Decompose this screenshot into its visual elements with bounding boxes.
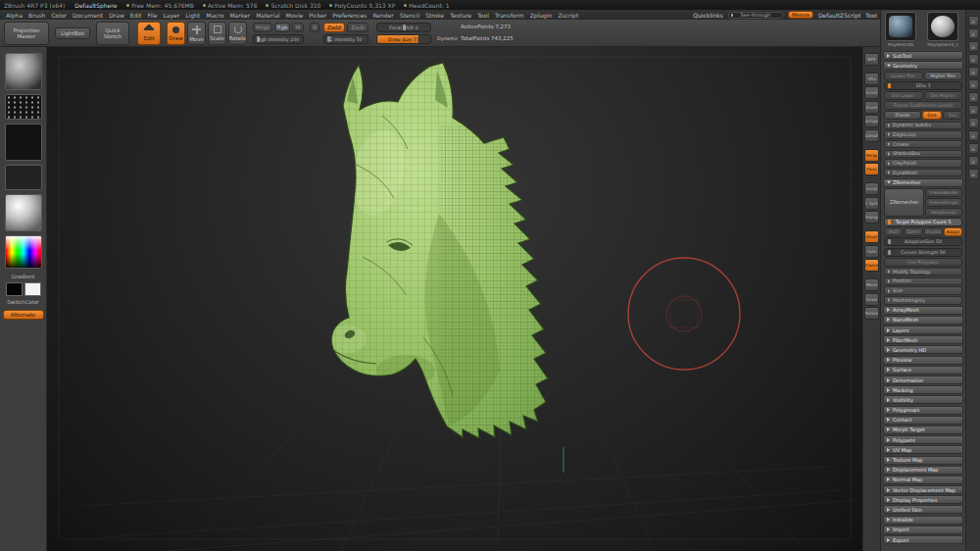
lower-res-button[interactable]: Lower Res [884,72,923,80]
freeze-subdivision-button[interactable]: Freeze SubDivision Levels [884,101,962,110]
tool-palette-section-header[interactable]: Masking [883,385,963,394]
tool-palette-section-header[interactable]: Texture Map [883,456,963,465]
del-lower-button[interactable]: Del Lower [884,91,923,100]
menu-item[interactable]: Stroke [422,12,447,19]
dock-palette-icon[interactable]: ≡ [968,92,979,103]
dock-palette-icon[interactable]: ≡ [968,130,979,141]
tool-palette-section-header[interactable]: Polypaint [883,435,963,444]
default-zscript-button[interactable]: DefaultZScript [818,12,860,19]
tool-palette-section-header[interactable]: Displacement Map [883,466,963,475]
tool-palette-section-header[interactable]: Initialize [883,516,963,525]
texture-thumbnail[interactable] [5,165,42,190]
menu-item[interactable]: Layer [161,12,183,19]
freeze-border-toggle[interactable]: FreezeBorder [925,188,962,197]
zremesher-section-header[interactable]: ZRemesher [883,178,963,187]
geometry-subsection-header[interactable]: ClayPolish [884,159,962,168]
keep-groups-toggle[interactable]: KeepGroups [925,208,962,217]
tool-palette-section-header[interactable]: Normal Map [883,476,963,484]
geometry-subsection-header[interactable]: Dynamic Subdiv [884,122,962,130]
tool-palette-section-header[interactable]: Display Properties [883,495,963,504]
dock-palette-icon[interactable]: ≡ [968,118,979,128]
suv-toggle[interactable]: Suv [943,111,962,120]
smt-toggle[interactable]: Smt [922,111,942,120]
move-mode-button[interactable]: Move [187,22,206,45]
dock-palette-icon[interactable]: ≡ [968,79,979,90]
freeze-groups-toggle[interactable]: FreezeGroups [925,198,962,207]
shelf-toggle-icon[interactable]: L.Sym [864,197,879,210]
menu-item[interactable]: Zplugin [527,12,556,19]
sdiv-slider[interactable]: SDiv 3 [884,81,962,90]
menu-item[interactable]: Movie [283,12,307,19]
menu-item[interactable]: Texture [447,12,474,19]
secondary-color-swatch[interactable] [24,282,41,296]
tool-palette-section-header[interactable]: Deformation [883,376,963,384]
quickpick-tool-thumbnail[interactable] [927,12,958,41]
projection-master-button[interactable]: Projection Master [4,22,49,45]
geometry-subsection-header[interactable]: ShadowBox [884,150,962,159]
menu-item[interactable]: Picker [306,12,329,19]
target-polygons-count-slider[interactable]: Target Polygons Count 5 [884,218,962,226]
dock-palette-icon[interactable]: ≡ [968,156,979,167]
adaptive-size-slider[interactable]: AdaptiveSize 50 [884,237,962,246]
shelf-toggle-icon[interactable]: Ghost [864,230,879,243]
tool-palette-section-header[interactable]: Visibility [883,395,963,404]
menu-item[interactable]: Stencil [397,12,422,19]
focal-shift-slider[interactable]: Focal Shift 0 [376,23,431,32]
geometry-subsection-header[interactable]: EdgeLoop [884,130,962,139]
use-polypaint-toggle[interactable]: Use Polypaint [884,258,962,267]
menu-item[interactable]: Alpha [3,12,25,19]
del-higher-button[interactable]: Del Higher [924,91,963,100]
edit-mode-button[interactable]: Edit [137,22,161,45]
shelf-toggle-icon[interactable]: Actual [864,115,879,127]
color-picker[interactable] [5,235,42,269]
rgb-toggle[interactable]: Rgb [274,23,290,32]
higher-res-button[interactable]: Higher Res [924,72,963,80]
scale-mode-button[interactable]: Scale [208,22,226,45]
shelf-toggle-icon[interactable]: Scale [864,293,879,306]
menu-item[interactable]: File [144,12,160,19]
material-thumbnail[interactable] [5,194,42,231]
zremesher-subsection-header[interactable]: Size [884,286,962,295]
menu-item[interactable]: Brush [25,12,48,19]
zadd-toggle[interactable]: Zadd [323,23,345,32]
m-toggle[interactable]: M [292,23,304,32]
half-button[interactable]: Half [884,227,903,236]
tool-palette-section-header[interactable]: Contact [883,416,963,425]
menu-item[interactable]: Edit [127,12,145,19]
tool-palette-section-header[interactable]: NanoMesh [883,316,963,325]
tool-palette-section-header[interactable]: ArrayMesh [883,306,963,315]
shelf-toggle-icon[interactable]: AAHalf [864,129,879,142]
tool-palette-section-header[interactable]: Polygroups [883,406,963,415]
current-tool-thumbnail[interactable] [885,12,916,41]
tool-palette-section-header[interactable]: Export [883,535,963,544]
menus-toggle-button[interactable]: Menus [788,11,813,19]
menu-item[interactable]: Document [70,12,106,19]
menu-item[interactable]: Tool [474,12,492,19]
dock-palette-icon[interactable]: ≡ [968,54,979,65]
draw-size-slider[interactable]: Draw Size 77 [376,34,431,44]
see-through-slider[interactable]: See-through [728,12,783,19]
menu-item[interactable]: Preferences [329,12,369,19]
dock-palette-icon[interactable]: ≡ [968,169,979,179]
rgb-intensity-slider[interactable]: Rgb Intensity 100 [253,34,304,44]
tool-palette-section-header[interactable]: Unified Skin [883,505,963,514]
zsub-toggle[interactable]: Zsub [347,23,368,32]
lightbox-button[interactable]: LightBox [55,27,90,39]
gradient-label[interactable]: Gradient [12,274,35,279]
dock-palette-icon[interactable]: ≡ [968,105,979,116]
dock-palette-icon[interactable]: ≡ [968,28,979,39]
tool-palette-section-header[interactable]: Surface [883,366,963,375]
menu-item[interactable]: Transform [492,12,527,19]
alternate-toggle[interactable]: Alternate [3,310,44,320]
quick-sketch-button[interactable]: Quick Sketch [96,22,129,45]
zremesher-subsection-header[interactable]: Position [884,277,962,286]
tool-palette-section-header[interactable]: Vector Displacement Map [883,485,963,494]
shelf-toggle-icon[interactable]: Frame [864,259,879,272]
slider-handle[interactable] [731,14,733,17]
dynamic-toggle[interactable]: Dynamic [437,36,458,41]
menu-item[interactable]: Draw [106,12,127,19]
tool-palette-section-header[interactable]: Preview [883,356,963,365]
shelf-toggle-icon[interactable]: Scroll [864,86,879,99]
tool-palette-section-header[interactable]: Morph Target [883,426,963,434]
stroke-thumbnail[interactable] [5,94,42,120]
